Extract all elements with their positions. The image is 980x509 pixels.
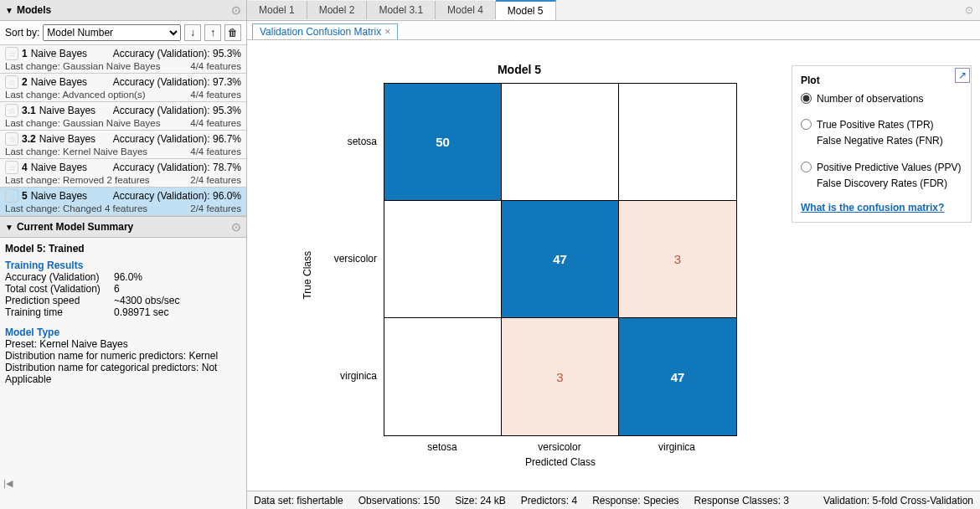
model-item-5[interactable]: ☆5 Naive BayesAccuracy (Validation): 96.… xyxy=(0,188,246,216)
model-last-change: Last change: Gaussian Naive Bayes xyxy=(5,118,190,128)
subtab-bar: Validation Confusion Matrix × xyxy=(247,21,980,40)
cm-cell-1-1: 47 xyxy=(502,201,619,318)
plot-options-panel: Plot Number of observations True Positiv… xyxy=(792,65,972,223)
status-dataset: Data set: fishertable xyxy=(254,495,343,506)
status-validation: Validation: 5-fold Cross-Validation xyxy=(823,495,973,506)
summary-panel-header: ▼ Current Model Summary ⊙ xyxy=(0,217,246,238)
favorite-star-icon[interactable]: ☆ xyxy=(5,161,18,174)
close-icon[interactable]: × xyxy=(384,26,390,38)
model-accuracy: Accuracy (Validation): 95.3% xyxy=(113,48,241,59)
model-number: 4 xyxy=(22,162,28,173)
summary-value: 96.0% xyxy=(114,271,142,283)
summary-key: Prediction speed xyxy=(5,295,114,306)
model-number: 2 xyxy=(22,76,28,88)
help-link[interactable]: What is the confusion matrix? xyxy=(801,202,944,213)
cm-cell-0-2 xyxy=(619,84,736,201)
x-axis-label: Predicted Class xyxy=(384,456,737,468)
model-item-3.1[interactable]: ☆3.1 Naive BayesAccuracy (Validation): 9… xyxy=(0,102,246,131)
doc-tab-model-3-1[interactable]: Model 3.1 xyxy=(367,1,436,19)
document-tabs: Model 1Model 2Model 3.1Model 4Model 5 ⊙ xyxy=(247,0,980,21)
model-features: 4/4 features xyxy=(190,147,241,157)
model-accuracy: Accuracy (Validation): 97.3% xyxy=(113,76,241,88)
models-options-icon[interactable]: ⊙ xyxy=(231,3,241,17)
subtab-confusion-matrix[interactable]: Validation Confusion Matrix × xyxy=(252,23,398,39)
status-bar: Data set: fishertable Observations: 150 … xyxy=(247,491,980,509)
model-number: 5 xyxy=(22,190,28,202)
status-response: Response: Species xyxy=(592,495,678,506)
doc-tab-model-5[interactable]: Model 5 xyxy=(496,0,556,20)
tabs-options-icon[interactable]: ⊙ xyxy=(958,4,980,16)
summary-key: Total cost (Validation) xyxy=(5,283,114,295)
status-classes: Response Classes: 3 xyxy=(694,495,789,506)
status-predictors: Predictors: 4 xyxy=(521,495,577,506)
summary-value: 0.98971 sec xyxy=(114,306,168,318)
row-label: virginica xyxy=(317,317,384,434)
confusion-matrix-chart: Model 5 True Class setosaversicolorvirgi… xyxy=(247,40,792,491)
models-panel-header: ▼ Models ⊙ xyxy=(0,0,246,21)
expand-icon[interactable]: ↗ xyxy=(955,68,970,83)
model-last-change: Last change: Changed 4 features xyxy=(5,203,190,213)
model-item-1[interactable]: ☆1 Naive BayesAccuracy (Validation): 95.… xyxy=(0,45,246,74)
sort-label: Sort by: xyxy=(5,27,39,39)
collapse-icon[interactable]: ▼ xyxy=(5,223,13,232)
models-title: Models xyxy=(17,4,231,16)
sort-row: Sort by: Model Number ↓ ↑ 🗑 xyxy=(0,21,246,45)
status-size: Size: 24 kB xyxy=(455,495,506,506)
model-name: Naive Bayes xyxy=(31,190,113,202)
summary-options-icon[interactable]: ⊙ xyxy=(231,220,241,234)
model-type-line: Preset: Kernel Naive Bayes xyxy=(5,338,241,350)
model-item-2[interactable]: ☆2 Naive BayesAccuracy (Validation): 97.… xyxy=(0,74,246,102)
model-accuracy: Accuracy (Validation): 96.7% xyxy=(113,133,241,145)
radio-num-observations[interactable] xyxy=(801,93,812,104)
collapse-icon[interactable]: ▼ xyxy=(5,6,13,15)
row-label: versicolor xyxy=(317,200,384,317)
doc-tab-model-4[interactable]: Model 4 xyxy=(436,1,496,19)
radio-ppv-fdr[interactable] xyxy=(801,162,812,172)
model-list: ☆1 Naive BayesAccuracy (Validation): 95.… xyxy=(0,45,246,216)
favorite-star-icon[interactable]: ☆ xyxy=(5,104,18,117)
favorite-star-icon[interactable]: ☆ xyxy=(5,189,18,203)
model-name: Naive Bayes xyxy=(31,162,113,173)
model-name: Naive Bayes xyxy=(39,133,113,145)
summary-body: Model 5: Trained Training Results Accura… xyxy=(0,238,246,509)
model-number: 3.1 xyxy=(22,105,36,116)
cm-cell-2-1: 3 xyxy=(502,318,619,435)
model-accuracy: Accuracy (Validation): 78.7% xyxy=(113,162,241,173)
sort-up-button[interactable]: ↑ xyxy=(204,24,221,41)
doc-tab-model-1[interactable]: Model 1 xyxy=(247,1,307,19)
chart-title: Model 5 xyxy=(302,63,737,76)
favorite-star-icon[interactable]: ☆ xyxy=(5,75,18,89)
model-item-3.2[interactable]: ☆3.2 Naive BayesAccuracy (Validation): 9… xyxy=(0,131,246,159)
radio-tpr-fnr[interactable] xyxy=(801,119,812,130)
model-last-change: Last change: Gaussian Naive Bayes xyxy=(5,61,190,71)
cm-cell-1-2: 3 xyxy=(619,201,736,318)
y-axis-label: True Class xyxy=(302,251,313,300)
doc-tab-model-2[interactable]: Model 2 xyxy=(307,1,368,19)
favorite-star-icon[interactable]: ☆ xyxy=(5,47,18,60)
sort-down-button[interactable]: ↓ xyxy=(184,24,201,41)
training-results-heading: Training Results xyxy=(5,260,241,271)
model-type-heading: Model Type xyxy=(5,326,241,338)
delete-button[interactable]: 🗑 xyxy=(224,24,241,41)
model-item-4[interactable]: ☆4 Naive BayesAccuracy (Validation): 78.… xyxy=(0,159,246,188)
col-label: setosa xyxy=(384,441,501,453)
favorite-star-icon[interactable]: ☆ xyxy=(5,132,18,146)
plot-panel-title: Plot xyxy=(801,75,962,86)
model-name: Naive Bayes xyxy=(39,105,113,116)
model-trained-title: Model 5: Trained xyxy=(5,243,241,254)
model-features: 2/4 features xyxy=(190,175,241,185)
model-number: 3.2 xyxy=(22,133,36,145)
cm-cell-2-0 xyxy=(384,318,502,435)
model-last-change: Last change: Removed 2 features xyxy=(5,175,190,185)
model-name: Naive Bayes xyxy=(31,48,113,59)
cm-cell-0-1 xyxy=(502,84,619,201)
col-label: virginica xyxy=(618,441,735,453)
summary-title: Current Model Summary xyxy=(17,221,231,233)
sort-select[interactable]: Model Number xyxy=(43,24,181,41)
model-type-line: Distribution name for categorical predic… xyxy=(5,362,241,385)
status-observations: Observations: 150 xyxy=(358,495,440,506)
model-features: 4/4 features xyxy=(190,118,241,128)
collapse-left-icon[interactable]: |◀ xyxy=(3,478,13,489)
model-features: 4/4 features xyxy=(190,61,241,71)
model-accuracy: Accuracy (Validation): 95.3% xyxy=(113,105,241,116)
